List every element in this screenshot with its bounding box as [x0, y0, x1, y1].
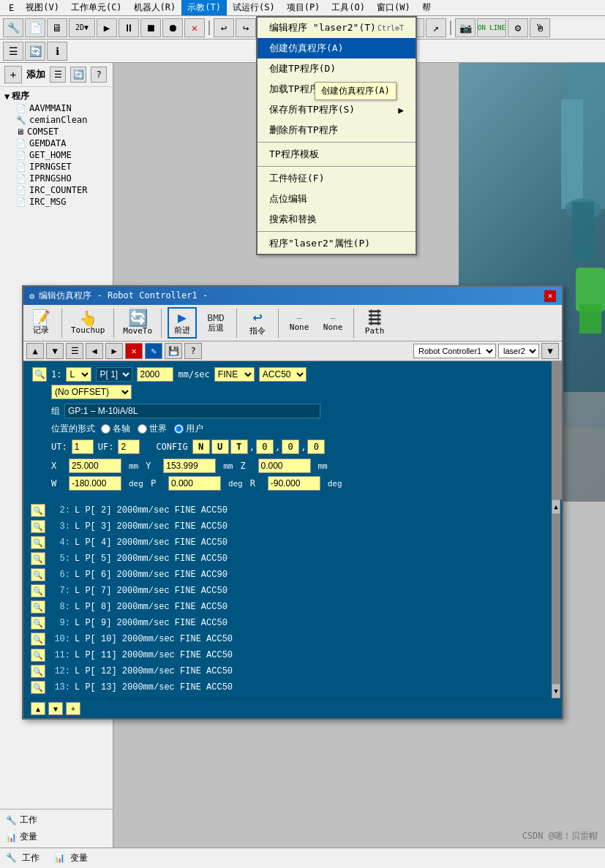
p-input[interactable] [168, 476, 221, 491]
add-button[interactable]: + [4, 66, 22, 83]
tree-item-irc-counter[interactable]: 📄 IRC_COUNTER [15, 184, 108, 196]
config-0a[interactable]: 0 [256, 439, 274, 454]
tb-stop[interactable]: ⏹ [140, 18, 161, 37]
menu-view[interactable]: 视图(V) [20, 0, 65, 15]
line7-icon[interactable]: 🔍 [31, 584, 45, 597]
menu-tp-template[interactable]: TP程序模板 [258, 144, 416, 165]
menu-create-sim[interactable]: 创建仿真程序(A) [258, 38, 416, 59]
menu-help[interactable]: 帮 [416, 0, 437, 15]
menu-tools[interactable]: 工具(O) [326, 0, 371, 15]
line1-motion-type[interactable]: L [66, 367, 91, 382]
scrollbar-down[interactable]: ▼ [552, 684, 560, 698]
sub-btn-up[interactable]: ▲ [26, 343, 44, 359]
line8-icon[interactable]: 🔍 [31, 600, 45, 614]
tb-arrow[interactable]: ↗ [426, 18, 446, 37]
tb-pause[interactable]: ⏸ [119, 18, 139, 37]
radio-world-input[interactable] [138, 424, 147, 434]
tb-undo[interactable]: ↩ [214, 18, 234, 37]
editor-btn-command[interactable]: ↩ 指令 [243, 308, 272, 338]
menu-project[interactable]: 项目(P) [281, 0, 326, 15]
sub-btn-right[interactable]: ▶ [105, 343, 123, 359]
ut-input[interactable] [72, 439, 94, 454]
menu-create-tp[interactable]: 创建TP程序(D) [258, 59, 416, 79]
menu-window[interactable]: 窗口(W) [371, 0, 416, 15]
menu-prog-attr[interactable]: 程序"laser2"属性(P) [258, 233, 416, 254]
tree-item-iprngsho[interactable]: 📄 IPRNGSHO [15, 173, 108, 184]
tb-close[interactable]: ✕ [184, 18, 205, 37]
x-input[interactable] [69, 458, 121, 473]
sub-btn-delete[interactable]: ✕ [125, 343, 143, 359]
line10-icon[interactable]: 🔍 [31, 633, 45, 646]
editor-btn-forward[interactable]: ▶ 前进 [168, 307, 197, 339]
line4-icon[interactable]: 🔍 [31, 536, 45, 549]
prog-line-8[interactable]: 🔍 8: L P[ 8] 2000mm/sec FINE ACC50 [31, 599, 555, 615]
prog-line-6[interactable]: 🔍 6: L P[ 6] 2000mm/sec FINE ACC90 [31, 567, 555, 583]
left-panel-btn3[interactable]: ? [91, 67, 107, 83]
editor-btn-moveto[interactable]: 🔄 MoveTo [120, 309, 155, 337]
tb-list[interactable]: ☰ [3, 42, 23, 61]
r-input[interactable] [268, 476, 320, 491]
y-input[interactable] [163, 458, 216, 473]
sub-btn-save[interactable]: 💾 [165, 343, 182, 359]
prog-line-9[interactable]: 🔍 9: L P[ 9] 2000mm/sec FINE ACC50 [31, 615, 555, 631]
line1-offset[interactable]: (No OFFSET) [51, 385, 132, 399]
config-n[interactable]: N [192, 439, 210, 454]
menu-point-edit[interactable]: 点位编辑 [258, 189, 416, 209]
sub-btn-edit[interactable]: ✎ [145, 343, 162, 359]
tree-item-gemdata[interactable]: 📄 GEMDATA [15, 137, 108, 149]
tree-item-comset[interactable]: 🖥 COMSET [15, 126, 108, 137]
line1-term-type[interactable]: FINE [214, 367, 255, 382]
editor-btn-none2[interactable]: — None [318, 312, 347, 333]
tb-redo[interactable]: ↪ [236, 18, 256, 37]
tb-btn-3[interactable]: 🖥 [47, 18, 67, 37]
tb-info[interactable]: ℹ [47, 42, 67, 61]
z-input[interactable] [258, 458, 311, 473]
editor-btn-touchup[interactable]: 👆 Touchup [68, 309, 108, 336]
line1-acc[interactable]: ACC50 [259, 367, 307, 382]
controller-select[interactable]: Robot Controller1 [413, 344, 496, 358]
line2-icon[interactable]: 🔍 [31, 504, 45, 517]
sub-btn-down[interactable]: ▼ [46, 343, 64, 359]
tb-btn-2d[interactable]: 2D▼ [69, 18, 95, 37]
menu-e[interactable]: E [3, 1, 20, 15]
line3-icon[interactable]: 🔍 [31, 520, 45, 533]
prog-line-13[interactable]: 🔍 13: L P[ 13] 2000mm/sec FINE ACC50 [31, 679, 555, 695]
prog-line-5[interactable]: 🔍 5: L P[ 5] 2000mm/sec FINE ACC50 [31, 551, 555, 567]
line11-icon[interactable]: 🔍 [31, 649, 45, 662]
tree-item-irc-msg[interactable]: 📄 IRC_MSG [15, 196, 108, 208]
editor-btn-record[interactable]: 📝 记录 [26, 309, 56, 337]
radio-user[interactable]: 用户 [174, 423, 203, 435]
config-0c[interactable]: 0 [307, 439, 325, 454]
line9-icon[interactable]: 🔍 [31, 616, 45, 630]
menu-edit-prog[interactable]: 编辑程序 "laser2"(T) Ctrl⊕T [258, 18, 416, 38]
left-panel-btn1[interactable]: ☰ [50, 67, 66, 83]
line1-search-icon[interactable]: 🔍 [32, 367, 47, 382]
menu-workcell[interactable]: 工作单元(C) [65, 0, 128, 15]
menu-search-replace[interactable]: 搜索和替换 [258, 209, 416, 230]
tree-item-cemianclean[interactable]: 🔧 cemianClean [15, 114, 108, 126]
program-select[interactable]: laser2 [498, 344, 539, 358]
group-value-input[interactable] [64, 404, 320, 418]
tb-online[interactable]: ON LINE [477, 18, 506, 37]
nav-btn-up[interactable]: ▲ [31, 702, 45, 715]
line1-speed-input[interactable] [137, 367, 173, 382]
sub-btn-help[interactable]: ? [184, 343, 202, 359]
tb-misc[interactable]: ⚙ [508, 18, 528, 37]
radio-user-input[interactable] [174, 424, 184, 434]
editor-close-button[interactable]: ✕ [544, 290, 556, 302]
left-panel-btn2[interactable]: 🔄 [70, 67, 86, 83]
tb-btn-2[interactable]: 📄 [25, 18, 45, 37]
menu-save-all-tp[interactable]: 保存所有TP程序(S) ▶ [258, 99, 416, 120]
editor-scrollbar[interactable] [552, 361, 562, 499]
prog-line-10[interactable]: 🔍 10: L P[ 10] 2000mm/sec FINE ACC50 [31, 631, 555, 647]
radio-world[interactable]: 世界 [138, 423, 167, 435]
tree-item-iprngset[interactable]: 📄 IPRNGSET [15, 161, 108, 173]
bottom-item-work[interactable]: 🔧 工作 [4, 812, 108, 828]
menu-trial[interactable]: 试运行(S) [227, 0, 281, 15]
config-u[interactable]: U [211, 439, 229, 454]
tb-misc2[interactable]: 🖱 [530, 18, 550, 37]
prog-list-scrollbar[interactable]: ▲ ▼ [552, 499, 560, 698]
prog-line-12[interactable]: 🔍 12: L P[ 12] 2000mm/sec FINE ACC50 [31, 663, 555, 679]
prog-line-2[interactable]: 🔍 2: L P[ 2] 2000mm/sec FINE ACC50 [31, 502, 555, 518]
sub-btn-list[interactable]: ☰ [66, 343, 83, 359]
